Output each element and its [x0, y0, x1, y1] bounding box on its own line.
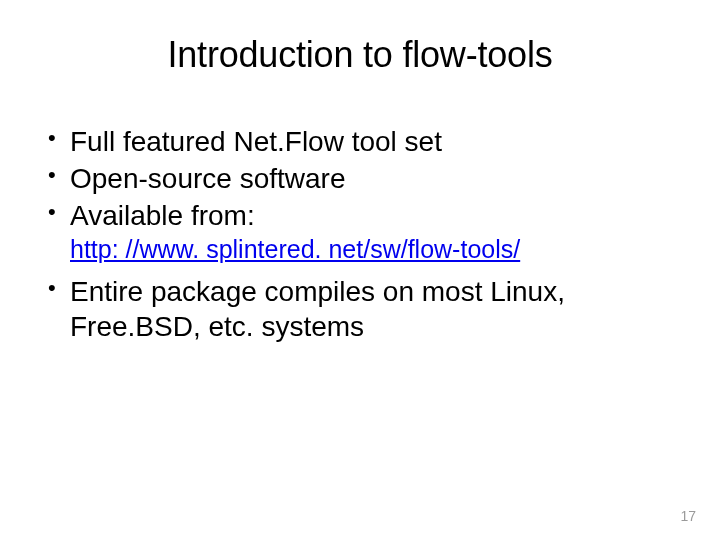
slide-title: Introduction to flow-tools: [36, 34, 684, 76]
page-number: 17: [680, 508, 696, 524]
url-link[interactable]: http: //www. splintered. net/sw/flow-too…: [36, 235, 684, 264]
bullet-item: Entire package compiles on most Linux, F…: [44, 274, 684, 344]
bullet-item: Available from:: [44, 198, 684, 233]
slide: Introduction to flow-tools Full featured…: [0, 0, 720, 540]
bullet-list-2: Entire package compiles on most Linux, F…: [36, 274, 684, 344]
bullet-item: Full featured Net.Flow tool set: [44, 124, 684, 159]
bullet-item: Open-source software: [44, 161, 684, 196]
bullet-list: Full featured Net.Flow tool set Open-sou…: [36, 124, 684, 233]
